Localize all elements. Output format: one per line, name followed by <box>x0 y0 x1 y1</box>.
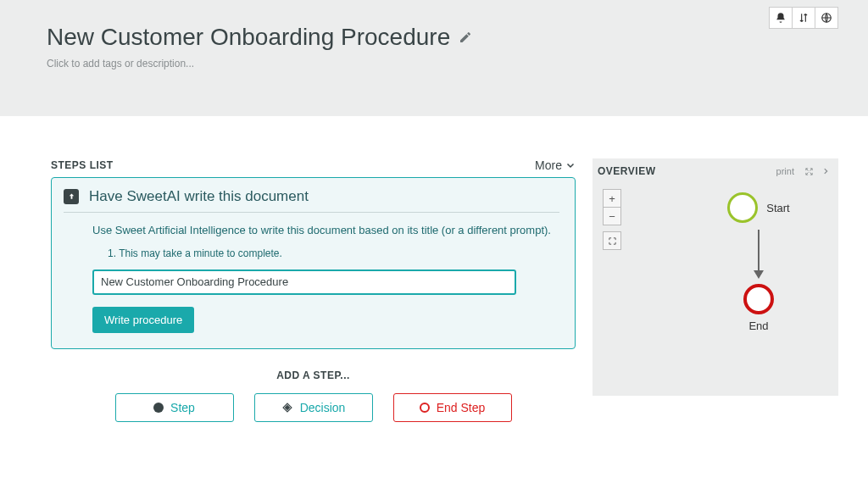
svg-marker-4 <box>754 270 764 279</box>
overview-heading: OVERVIEW <box>598 165 655 177</box>
zoom-in-button[interactable]: + <box>603 189 621 208</box>
globe-icon <box>821 12 832 24</box>
decision-icon <box>281 402 293 414</box>
chevron-down-icon <box>565 160 576 170</box>
ai-write-card: Have SweetAI write this document Use Swe… <box>51 177 576 349</box>
globe-button[interactable] <box>815 7 838 29</box>
bell-icon <box>775 12 787 24</box>
more-dropdown[interactable]: More <box>535 158 576 172</box>
steps-list-heading: STEPS LIST <box>51 159 114 171</box>
svg-rect-2 <box>285 405 289 409</box>
upload-icon <box>64 189 79 204</box>
add-tags-description[interactable]: Click to add tags or description... <box>47 58 851 69</box>
step-icon <box>153 403 164 413</box>
ai-card-description: Use Sweet Artificial Intelligence to wri… <box>92 223 559 239</box>
start-node-label: Start <box>766 202 789 214</box>
start-node[interactable] <box>727 192 758 223</box>
chevron-right-icon <box>821 167 830 175</box>
ai-prompt-input[interactable] <box>92 269 516 295</box>
add-decision-button[interactable]: Decision <box>254 393 373 422</box>
sort-button[interactable] <box>792 7 815 29</box>
end-node-label: End <box>691 319 826 332</box>
pencil-icon <box>459 31 472 44</box>
flow-diagram: Start End <box>691 192 826 332</box>
sort-icon <box>798 12 810 24</box>
page-title: New Customer Onboarding Procedure <box>47 24 450 51</box>
write-procedure-button[interactable]: Write procedure <box>92 307 194 333</box>
notifications-button[interactable] <box>769 7 793 29</box>
add-end-step-button[interactable]: End Step <box>393 393 512 422</box>
add-step-heading: ADD A STEP... <box>51 369 576 381</box>
fit-icon <box>608 236 617 246</box>
ai-card-note: 1. This may take a minute to complete. <box>108 247 559 259</box>
add-step-button[interactable]: Step <box>115 393 234 422</box>
fit-view-button[interactable] <box>603 231 621 250</box>
zoom-out-button[interactable]: − <box>603 207 621 225</box>
edit-title-button[interactable] <box>459 31 472 44</box>
flow-arrow <box>750 230 767 281</box>
expand-button[interactable] <box>801 164 816 179</box>
expand-icon <box>804 167 814 176</box>
end-button-label: End Step <box>437 401 486 414</box>
step-button-label: Step <box>170 401 195 414</box>
more-label: More <box>535 158 562 172</box>
end-node[interactable] <box>743 284 774 314</box>
ai-card-title: Have SweetAI write this document <box>89 188 309 205</box>
print-link[interactable]: print <box>776 166 794 176</box>
overview-next-button[interactable] <box>818 164 833 179</box>
decision-button-label: Decision <box>300 401 346 414</box>
end-step-icon <box>420 403 430 413</box>
